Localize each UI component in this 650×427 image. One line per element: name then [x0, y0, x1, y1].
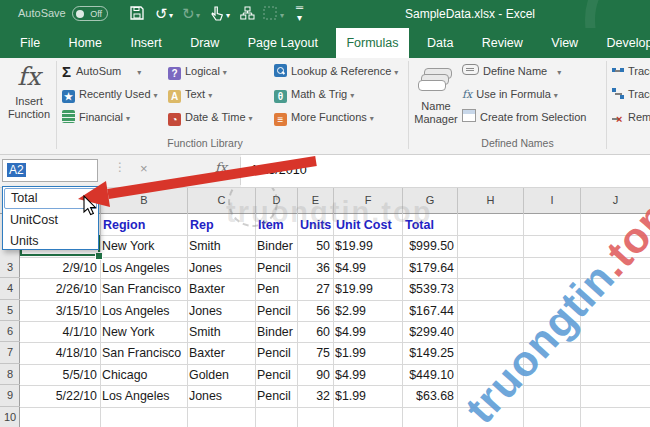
marquee-select-icon[interactable]: [263, 6, 277, 20]
cancel-icon[interactable]: ×: [140, 161, 148, 176]
autosave-toggle[interactable]: Off: [72, 6, 108, 21]
cell[interactable]: New York: [102, 322, 184, 343]
tab-view[interactable]: View: [541, 28, 588, 58]
cell[interactable]: Smith: [189, 236, 252, 257]
tab-file[interactable]: File: [10, 28, 50, 58]
cell[interactable]: 3/15/10: [22, 301, 97, 322]
cell[interactable]: Pencil: [257, 301, 294, 322]
dropdown-item-total[interactable]: Total: [4, 188, 97, 209]
cell[interactable]: 90: [299, 365, 330, 386]
cell[interactable]: Binder: [257, 236, 294, 257]
lookup-reference-button[interactable]: Lookup & Reference▾: [274, 60, 398, 82]
cell[interactable]: 36: [299, 258, 330, 279]
define-name-button[interactable]: Define Name▾: [462, 60, 561, 82]
cell[interactable]: 4/1/10: [22, 322, 97, 343]
tab-draw[interactable]: Draw: [180, 28, 229, 58]
column-header-I[interactable]: I: [523, 188, 580, 214]
insert-function-button[interactable]: fx Insert Function: [2, 60, 56, 150]
redo-icon[interactable]: ↻: [182, 4, 195, 24]
cell[interactable]: 32: [299, 386, 330, 407]
tab-home[interactable]: Home: [59, 28, 112, 58]
financial-button[interactable]: Financial▾: [62, 106, 130, 128]
cell[interactable]: Golden: [189, 365, 252, 386]
cell[interactable]: $4.99: [335, 365, 399, 386]
trace-dependents-button[interactable]: Trace Dependents: [612, 83, 650, 105]
dropdown-item-units[interactable]: Units: [3, 231, 98, 252]
cell[interactable]: Baxter: [189, 279, 252, 300]
redo-dropdown-icon[interactable]: ▾: [196, 11, 200, 20]
math-trig-button[interactable]: θMath & Trig▾: [274, 83, 354, 105]
tab-data[interactable]: Data: [417, 28, 463, 58]
cell[interactable]: New York: [102, 236, 184, 257]
touch-mode-dropdown-icon[interactable]: ▾: [226, 11, 230, 20]
cell[interactable]: $19.99: [335, 279, 399, 300]
dropdown-item-unitcost[interactable]: UnitCost: [3, 210, 98, 231]
cell[interactable]: $149.25: [404, 343, 454, 364]
touch-mode-icon[interactable]: [210, 6, 223, 21]
tab-developer[interactable]: Developer: [597, 28, 650, 58]
cell[interactable]: San Francisco: [102, 279, 184, 300]
autosum-button[interactable]: ΣAutoSum▾: [62, 60, 141, 82]
cell[interactable]: $19.99: [335, 236, 399, 257]
cell[interactable]: $63.68: [404, 386, 454, 407]
more-functions-button[interactable]: ≡More Functions▾: [274, 106, 374, 128]
cell[interactable]: Smith: [189, 322, 252, 343]
tab-formulas[interactable]: Formulas: [336, 28, 408, 58]
row-header-10[interactable]: 10: [0, 407, 20, 427]
logical-button[interactable]: ?Logical▾: [168, 60, 227, 82]
cell[interactable]: San Francisco: [102, 343, 184, 364]
row-header-3[interactable]: 3: [0, 257, 20, 278]
cell[interactable]: Los Angeles: [102, 301, 184, 322]
trace-precedents-button[interactable]: Trace Precedents: [612, 60, 650, 82]
cell[interactable]: Chicago: [102, 365, 184, 386]
insert-function-fx-icon[interactable]: fx: [215, 160, 227, 175]
cell[interactable]: $539.73: [404, 279, 454, 300]
column-header-H[interactable]: H: [457, 188, 523, 214]
cell[interactable]: Jones: [189, 386, 252, 407]
cell[interactable]: Pencil: [257, 386, 294, 407]
cell[interactable]: $1.99: [335, 386, 399, 407]
remove-arrows-button[interactable]: ×Remove Arrows: [612, 106, 650, 128]
row-header-5[interactable]: 5: [0, 300, 20, 321]
row-header-6[interactable]: 6: [0, 321, 20, 342]
tab-insert[interactable]: Insert: [120, 28, 171, 58]
cell[interactable]: Jones: [189, 301, 252, 322]
tab-page-layout[interactable]: Page Layout: [238, 28, 328, 58]
recently-used-button[interactable]: ★Recently Used▾: [62, 83, 158, 105]
row-header-7[interactable]: 7: [0, 342, 20, 364]
cell[interactable]: 4/18/10: [22, 343, 97, 364]
cell[interactable]: $299.40: [404, 322, 454, 343]
row-header-4[interactable]: 4: [0, 278, 20, 300]
cell[interactable]: Pencil: [257, 258, 294, 279]
cell[interactable]: $179.64: [404, 258, 454, 279]
column-header-B[interactable]: B: [100, 188, 187, 214]
cell[interactable]: $4.99: [335, 322, 399, 343]
cell[interactable]: $4.99: [335, 258, 399, 279]
cell[interactable]: $449.10: [404, 365, 454, 386]
text-button[interactable]: AText▾: [168, 83, 212, 105]
tab-review[interactable]: Review: [472, 28, 533, 58]
formula-input[interactable]: 1/23/2010: [241, 155, 650, 187]
row-header-8[interactable]: 8: [0, 364, 20, 385]
org-chart-icon[interactable]: [240, 6, 255, 21]
undo-dropdown-icon[interactable]: ▾: [169, 11, 173, 20]
cell[interactable]: 75: [299, 343, 330, 364]
create-from-selection-button[interactable]: Create from Selection: [462, 106, 586, 128]
cell[interactable]: Jones: [189, 258, 252, 279]
undo-icon[interactable]: ↺: [155, 4, 168, 24]
cell[interactable]: Binder: [257, 322, 294, 343]
name-box[interactable]: A2: [2, 159, 98, 182]
cell[interactable]: $1.99: [335, 343, 399, 364]
marquee-dropdown-icon[interactable]: ▾: [280, 11, 284, 20]
cell[interactable]: 2/9/10: [22, 258, 97, 279]
row-header-9[interactable]: 9: [0, 385, 20, 407]
date-time-button[interactable]: ◔Date & Time▾: [168, 106, 253, 128]
save-icon[interactable]: [130, 6, 144, 20]
header-cell-region[interactable]: Region: [103, 215, 185, 236]
use-in-formula-button[interactable]: fxUse in Formula▾: [462, 83, 558, 105]
cell[interactable]: Baxter: [189, 343, 252, 364]
formula-bar-handle-icon[interactable]: ⋮: [114, 160, 126, 174]
customize-qat-icon[interactable]: ═▾: [296, 3, 303, 23]
cell[interactable]: 50: [299, 236, 330, 257]
fill-handle[interactable]: [95, 252, 103, 260]
